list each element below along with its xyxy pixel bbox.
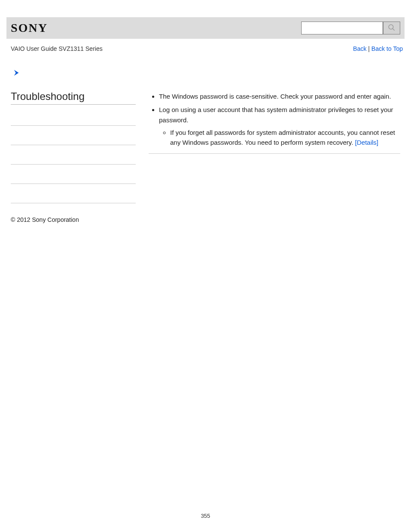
list-item: Log on using a user account that has sys… (159, 105, 400, 147)
bullet-list: The Windows password is case-sensitive. … (149, 91, 400, 147)
sidebar: Troubleshooting (6, 90, 140, 203)
sub-list: If you forget all passwords for system a… (159, 128, 400, 148)
breadcrumb-row (6, 56, 405, 78)
list-item-text: The Windows password is case-sensitive. … (159, 93, 391, 100)
main-content: The Windows password is case-sensitive. … (140, 90, 405, 154)
sidebar-item[interactable] (11, 165, 136, 184)
sidebar-item[interactable] (11, 145, 136, 165)
back-to-top-link[interactable]: Back to Top (371, 45, 403, 52)
content-divider (149, 153, 400, 154)
page-title: Troubleshooting (11, 90, 136, 105)
chevron-right-icon[interactable] (13, 70, 20, 78)
search-group (301, 22, 400, 34)
subheader: VAIO User Guide SVZ1311 Series Back | Ba… (6, 39, 405, 56)
list-item: The Windows password is case-sensitive. … (159, 91, 400, 101)
details-link[interactable]: [Details] (355, 139, 378, 146)
nav-separator: | (367, 45, 371, 52)
page-number: 355 (0, 513, 411, 519)
copyright-text: © 2012 Sony Corporation (6, 203, 405, 223)
sidebar-item[interactable] (11, 106, 136, 126)
search-input[interactable] (301, 22, 383, 34)
search-button[interactable] (383, 22, 400, 34)
sidebar-item[interactable] (11, 126, 136, 145)
list-item: If you forget all passwords for system a… (170, 128, 400, 148)
svg-line-1 (392, 28, 395, 31)
magnifier-icon (388, 24, 395, 33)
sony-logo: SONY (11, 21, 48, 35)
sidebar-item[interactable] (11, 184, 136, 203)
back-link[interactable]: Back (353, 45, 367, 52)
nav-links: Back | Back to Top (353, 45, 403, 52)
list-item-text: Log on using a user account that has sys… (159, 106, 393, 123)
guide-title: VAIO User Guide SVZ1311 Series (11, 45, 103, 52)
header-bar: SONY (6, 17, 405, 39)
svg-point-0 (389, 25, 393, 29)
